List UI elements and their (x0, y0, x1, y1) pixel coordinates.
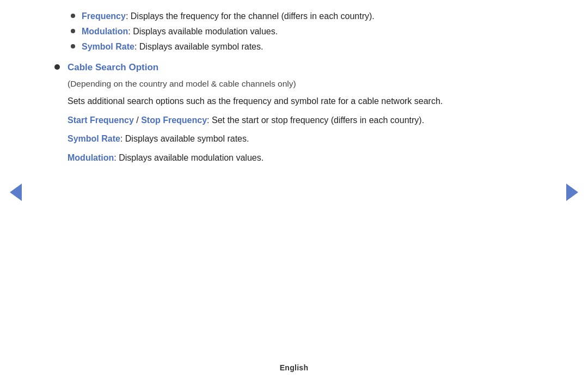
modulation-term: Modulation (82, 27, 128, 36)
frequency-text: Frequency: Displays the frequency for th… (82, 10, 375, 23)
cable-note: (Depending on the country and model & ca… (68, 77, 443, 90)
cable-symbol-rate-desc: : Displays available symbol rates. (120, 134, 249, 143)
stop-frequency-term: Stop Frequency (141, 115, 207, 125)
freq-description: : Set the start or stop frequency (diffe… (207, 115, 424, 125)
bullet-symbol-rate (71, 44, 75, 48)
frequency-desc: : Displays the frequency for the channel… (126, 11, 375, 21)
main-list: Frequency: Displays the frequency for th… (54, 10, 534, 165)
freq-term-line: Start Frequency / Stop Frequency: Set th… (68, 114, 443, 127)
frequency-term: Frequency (82, 11, 126, 21)
prev-page-arrow[interactable] (10, 184, 22, 201)
page-container: Frequency: Displays the frequency for th… (0, 0, 588, 384)
modulation-desc: : Displays available modulation values. (128, 27, 278, 36)
cable-description: Sets additional search options such as t… (68, 95, 443, 108)
content-area: Frequency: Displays the frequency for th… (0, 0, 588, 362)
inner-list-top: Frequency: Displays the frequency for th… (71, 10, 375, 53)
start-frequency-term: Start Frequency (68, 115, 134, 125)
symbol-rate-term: Symbol Rate (82, 42, 134, 51)
cable-modulation-term: Modulation (68, 153, 114, 162)
footer: English (0, 362, 588, 384)
cable-modulation-desc: : Displays available modulation values. (114, 153, 264, 162)
symbol-rate-text: Symbol Rate: Displays available symbol r… (82, 40, 263, 54)
freq-separator: / (134, 115, 141, 125)
cable-search-item: Cable Search Option (Depending on the co… (54, 60, 534, 165)
cable-title: Cable Search Option (68, 60, 443, 75)
modulation-term-line: Modulation: Displays available modulatio… (68, 151, 443, 165)
bullet-modulation (71, 29, 75, 33)
cable-symbol-rate-term: Symbol Rate (68, 134, 120, 143)
list-item-modulation: Modulation: Displays available modulatio… (71, 25, 375, 39)
symbol-rate-term-line: Symbol Rate: Displays available symbol r… (68, 132, 443, 146)
bullet-cable (54, 64, 60, 70)
bullet-frequency (71, 14, 75, 18)
list-item-frequency: Frequency: Displays the frequency for th… (71, 10, 375, 23)
symbol-rate-desc: : Displays available symbol rates. (134, 42, 264, 51)
footer-language: English (280, 363, 309, 372)
modulation-text: Modulation: Displays available modulatio… (82, 25, 278, 39)
cable-section: Cable Search Option (Depending on the co… (68, 60, 443, 165)
next-page-arrow[interactable] (566, 184, 578, 201)
top-items-group: Frequency: Displays the frequency for th… (54, 10, 534, 55)
list-item-symbol-rate: Symbol Rate: Displays available symbol r… (71, 40, 375, 54)
